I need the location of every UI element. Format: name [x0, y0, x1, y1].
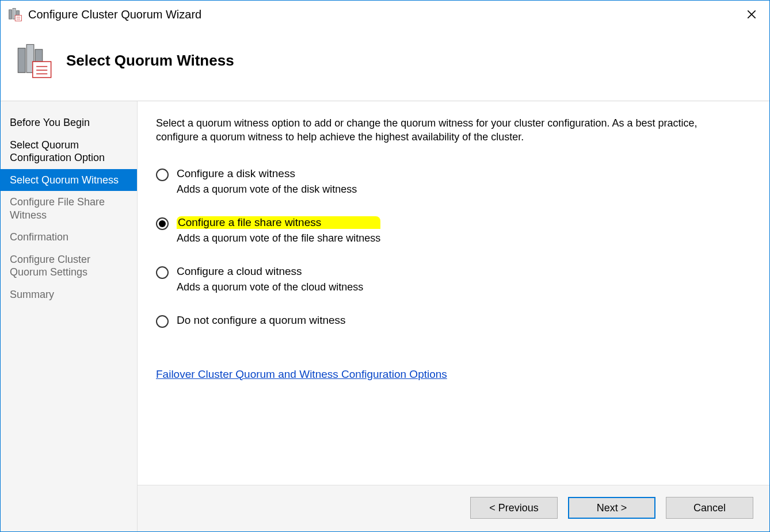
option-label: Do not configure a quorum witness [177, 314, 346, 327]
option-no-witness[interactable]: Do not configure a quorum witness [156, 314, 751, 328]
option-label: Configure a cloud witness [177, 265, 363, 278]
option-cloud-witness[interactable]: Configure a cloud witness Adds a quorum … [156, 265, 751, 293]
previous-button[interactable]: < Previous [470, 497, 558, 519]
wizard-body: Before You Begin Select Quorum Configura… [1, 101, 769, 531]
option-label: Configure a file share witness [177, 216, 380, 229]
step-configure-cluster-quorum-settings[interactable]: Configure Cluster Quorum Settings [1, 248, 137, 284]
witness-options-group: Configure a disk witness Adds a quorum v… [156, 167, 751, 328]
radio-disk-witness[interactable] [156, 169, 169, 181]
radio-cloud-witness[interactable] [156, 266, 169, 279]
step-select-quorum-config-option[interactable]: Select Quorum Configuration Option [1, 134, 137, 169]
cancel-button[interactable]: Cancel [666, 497, 753, 519]
option-label: Configure a disk witness [177, 167, 357, 180]
wizard-content: Select a quorum witness option to add or… [138, 101, 769, 531]
next-button[interactable]: Next > [568, 497, 655, 519]
wizard-header: Select Quorum Witness [1, 28, 769, 101]
wizard-footer: < Previous Next > Cancel [138, 485, 769, 531]
wizard-header-icon [16, 41, 55, 80]
step-select-quorum-witness[interactable]: Select Quorum Witness [1, 169, 137, 192]
svg-rect-8 [18, 48, 25, 73]
instruction-text: Select a quorum witness option to add or… [156, 116, 720, 144]
close-button[interactable] [738, 5, 765, 24]
page-title: Select Quorum Witness [66, 52, 234, 70]
step-confirmation[interactable]: Confirmation [1, 226, 137, 248]
titlebar: Configure Cluster Quorum Wizard [1, 1, 769, 28]
step-before-you-begin[interactable]: Before You Begin [1, 112, 137, 134]
option-description: Adds a quorum vote of the cloud witness [177, 281, 363, 293]
window-title: Configure Cluster Quorum Wizard [28, 8, 738, 21]
radio-file-share-witness[interactable] [156, 217, 169, 230]
wizard-steps-sidebar: Before You Begin Select Quorum Configura… [1, 101, 138, 531]
svg-rect-11 [33, 62, 51, 78]
radio-no-witness[interactable] [156, 315, 169, 328]
option-disk-witness[interactable]: Configure a disk witness Adds a quorum v… [156, 167, 751, 196]
step-configure-file-share-witness[interactable]: Configure File Share Witness [1, 191, 137, 226]
step-summary[interactable]: Summary [1, 284, 137, 306]
svg-rect-0 [9, 10, 12, 19]
help-link[interactable]: Failover Cluster Quorum and Witness Conf… [156, 368, 447, 381]
svg-rect-3 [15, 16, 21, 21]
option-file-share-witness[interactable]: Configure a file share witness Adds a qu… [156, 216, 751, 244]
wizard-titlebar-icon [7, 6, 24, 22]
option-description: Adds a quorum vote of the disk witness [177, 183, 357, 196]
option-description: Adds a quorum vote of the file share wit… [177, 232, 380, 244]
